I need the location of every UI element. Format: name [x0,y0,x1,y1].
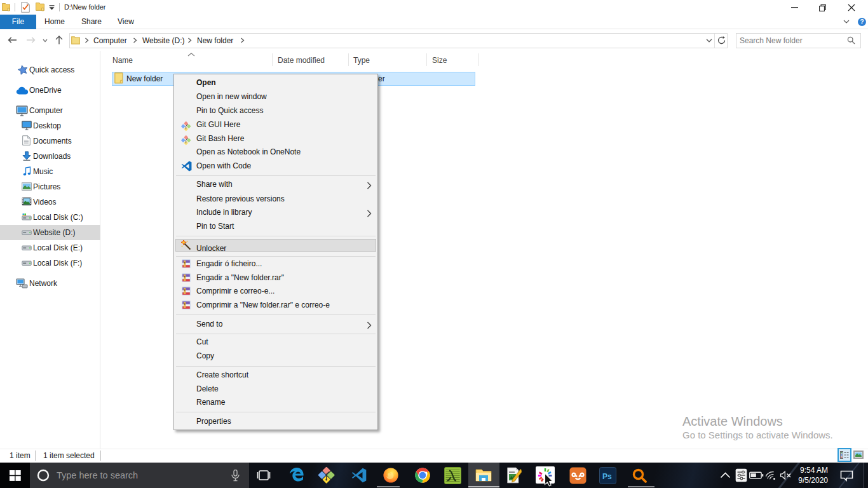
svg-text:Ps: Ps [602,472,612,481]
